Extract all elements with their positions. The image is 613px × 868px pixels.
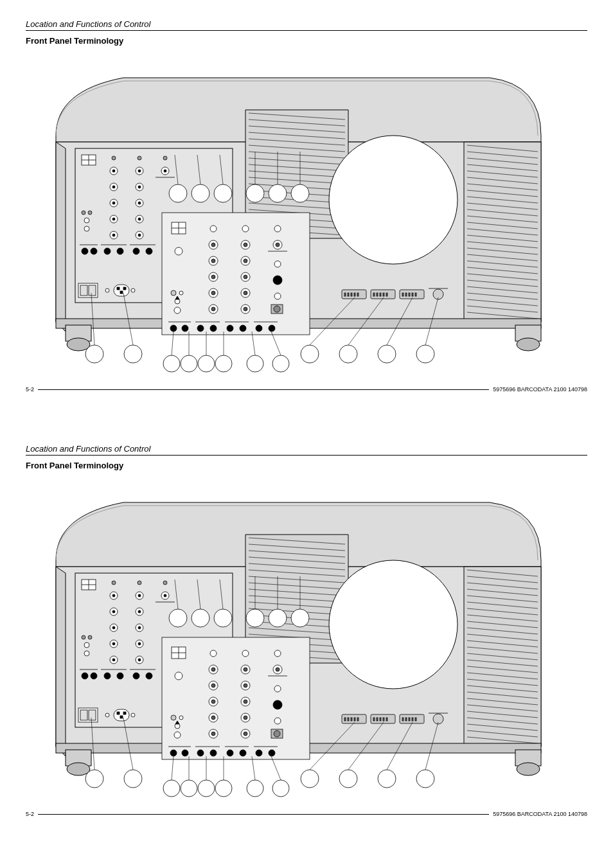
svg-rect-102 — [123, 287, 126, 290]
svg-rect-330 — [380, 718, 381, 721]
svg-point-65 — [164, 170, 166, 172]
svg-point-358 — [211, 700, 215, 704]
svg-point-283 — [138, 610, 141, 613]
svg-point-385 — [227, 750, 233, 756]
svg-point-190 — [181, 355, 197, 372]
svg-point-299 — [84, 651, 89, 656]
svg-point-148 — [273, 276, 282, 285]
svg-point-82 — [138, 234, 141, 236]
svg-rect-326 — [354, 718, 355, 721]
svg-point-183 — [85, 345, 103, 363]
svg-rect-311 — [89, 710, 96, 720]
svg-point-305 — [117, 673, 123, 679]
svg-point-304 — [104, 673, 111, 679]
svg-point-360 — [244, 700, 247, 704]
svg-rect-316 — [120, 716, 123, 718]
svg-point-377 — [174, 732, 181, 738]
svg-point-307 — [133, 673, 139, 679]
svg-point-301 — [82, 673, 88, 679]
svg-point-177 — [169, 184, 187, 202]
svg-point-155 — [211, 307, 215, 311]
svg-rect-335 — [409, 718, 410, 721]
svg-point-80 — [112, 234, 115, 236]
svg-point-182 — [291, 184, 309, 202]
projector-front-panel-diagram — [26, 483, 587, 804]
svg-point-281 — [112, 610, 115, 613]
svg-rect-122 — [409, 293, 410, 296]
svg-point-193 — [247, 355, 263, 372]
svg-point-270 — [112, 581, 116, 585]
svg-point-157 — [244, 307, 247, 311]
svg-point-265 — [67, 763, 90, 775]
svg-point-285 — [112, 626, 115, 629]
page-footer: 5-2 5975696 BARCODATA 2100 140798 — [26, 386, 587, 393]
svg-point-342 — [210, 650, 217, 657]
svg-point-355 — [244, 684, 247, 687]
svg-point-68 — [112, 186, 115, 188]
svg-point-395 — [291, 609, 309, 627]
section-header: Location and Functions of Control — [26, 19, 587, 31]
svg-point-58 — [138, 156, 141, 160]
svg-rect-333 — [402, 718, 404, 721]
svg-point-83 — [82, 211, 85, 215]
svg-point-186 — [339, 345, 357, 363]
svg-rect-119 — [386, 293, 387, 296]
footer-rule — [38, 389, 489, 390]
projector-front-panel-diagram — [26, 58, 587, 380]
svg-point-59 — [163, 156, 167, 160]
page-number: 5-2 — [26, 386, 34, 393]
svg-point-380 — [182, 750, 188, 756]
footer-rule — [38, 814, 489, 815]
svg-point-291 — [138, 642, 141, 645]
svg-point-192 — [215, 355, 232, 372]
svg-point-152 — [244, 291, 247, 295]
svg-point-178 — [191, 184, 209, 202]
svg-point-57 — [112, 156, 116, 160]
svg-point-76 — [112, 218, 115, 220]
svg-point-348 — [244, 668, 247, 671]
svg-point-85 — [84, 218, 89, 223]
svg-point-160 — [175, 247, 182, 255]
svg-line-425 — [271, 756, 281, 780]
svg-point-372 — [274, 731, 280, 737]
svg-point-344 — [274, 650, 281, 657]
svg-point-368 — [211, 732, 215, 736]
svg-point-88 — [82, 248, 88, 254]
svg-point-373 — [175, 672, 182, 680]
svg-rect-116 — [377, 293, 378, 296]
page-footer: 5-2 5975696 BARCODATA 2100 140798 — [26, 811, 587, 817]
svg-rect-310 — [80, 710, 87, 720]
svg-point-298 — [84, 642, 89, 648]
svg-rect-121 — [405, 293, 407, 296]
svg-point-189 — [163, 355, 180, 372]
svg-point-406 — [247, 780, 263, 797]
svg-rect-123 — [412, 293, 413, 296]
svg-point-175 — [256, 325, 262, 332]
svg-rect-110 — [344, 293, 346, 296]
section-title: Front Panel Terminology — [26, 36, 587, 46]
svg-rect-112 — [351, 293, 352, 296]
svg-rect-115 — [373, 293, 375, 296]
svg-point-166 — [170, 325, 177, 332]
svg-point-404 — [198, 780, 215, 797]
svg-point-47 — [329, 136, 458, 264]
svg-point-278 — [164, 594, 166, 597]
svg-point-63 — [138, 170, 141, 172]
svg-point-153 — [274, 293, 281, 299]
svg-point-74 — [138, 202, 141, 204]
svg-rect-324 — [348, 718, 349, 721]
svg-point-363 — [211, 716, 215, 720]
svg-point-147 — [244, 275, 247, 279]
svg-rect-118 — [383, 293, 384, 296]
svg-point-142 — [244, 259, 247, 263]
svg-rect-331 — [383, 718, 384, 721]
svg-rect-97 — [80, 285, 87, 296]
svg-rect-111 — [348, 293, 349, 296]
svg-rect-337 — [415, 718, 416, 721]
svg-point-293 — [112, 659, 115, 661]
svg-point-135 — [244, 243, 247, 247]
svg-point-405 — [215, 780, 232, 797]
svg-point-390 — [169, 609, 187, 627]
svg-point-92 — [117, 248, 123, 254]
svg-point-297 — [88, 635, 92, 639]
